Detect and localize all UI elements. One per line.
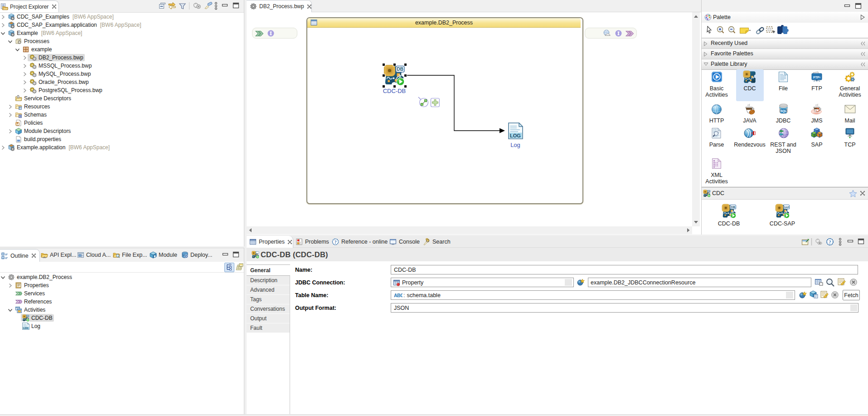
- svg-text:ABC: ABC: [394, 293, 402, 298]
- svg-text:DB: DB: [708, 191, 710, 192]
- svg-text:DB: DB: [27, 315, 29, 317]
- svg-text:SAP: SAP: [784, 206, 790, 209]
- svg-text:?: ?: [829, 240, 831, 245]
- svg-text:DB: DB: [731, 206, 735, 209]
- svg-text:LOG: LOG: [510, 133, 521, 138]
- svg-text:P: P: [16, 122, 19, 125]
- svg-text:DB: DB: [397, 67, 403, 72]
- svg-text:010: 010: [17, 140, 20, 142]
- svg-text:S: S: [19, 115, 21, 117]
- svg-text:FTP›: FTP›: [813, 76, 820, 79]
- svg-text:?: ?: [335, 240, 337, 245]
- svg-text:LOG: LOG: [23, 327, 29, 329]
- svg-text:SQL: SQL: [780, 109, 786, 113]
